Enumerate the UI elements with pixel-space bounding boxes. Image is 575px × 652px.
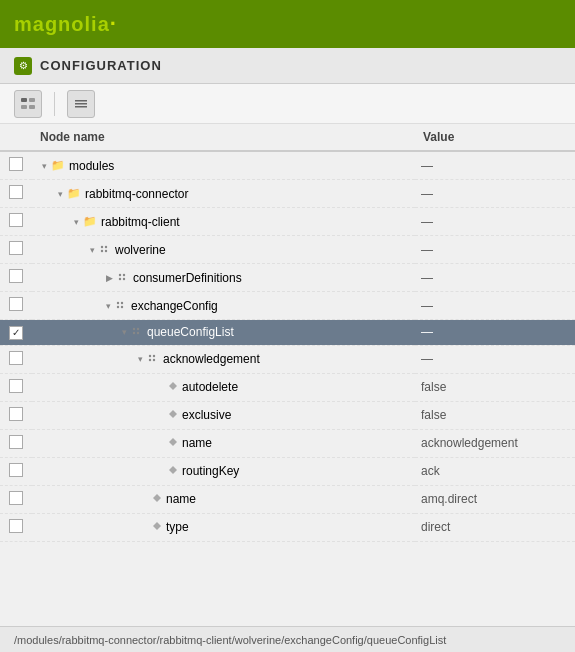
row-value-cell: —: [415, 180, 575, 208]
table-row[interactable]: ▾📁rabbitmq-connector—: [0, 180, 575, 208]
row-checkbox-cell: [0, 236, 32, 264]
row-node-name-cell: ▾📁rabbitmq-client: [32, 208, 415, 236]
row-value-cell: —: [415, 208, 575, 236]
property-icon: [152, 493, 162, 505]
main-content: Node name Value ▾📁modules—▾📁rabbitmq-con…: [0, 84, 575, 652]
table-row[interactable]: nameacknowledgement: [0, 429, 575, 457]
svg-point-21: [133, 332, 135, 334]
node-icon: [131, 325, 143, 339]
row-value-cell: —: [415, 236, 575, 264]
row-checkbox[interactable]: [9, 213, 23, 227]
svg-point-26: [153, 359, 155, 361]
table-row[interactable]: ✓▾queueConfigList—: [0, 320, 575, 346]
table-row[interactable]: ▾📁rabbitmq-client—: [0, 208, 575, 236]
expand-icon[interactable]: ▾: [42, 161, 47, 171]
row-value-cell: acknowledgement: [415, 429, 575, 457]
svg-point-7: [101, 245, 103, 247]
expand-icon[interactable]: ▾: [106, 301, 111, 311]
node-icon: [147, 352, 159, 366]
row-node-name-cell: ▾queueConfigList: [32, 320, 415, 346]
table-row[interactable]: ▾wolverine—: [0, 236, 575, 264]
row-checkbox[interactable]: [9, 157, 23, 171]
row-value-cell: false: [415, 373, 575, 401]
svg-rect-6: [75, 106, 87, 108]
svg-point-8: [105, 245, 107, 247]
node-name-label: autodelete: [182, 380, 238, 394]
row-checkbox[interactable]: [9, 491, 23, 505]
table-row[interactable]: ▾acknowledgement—: [0, 345, 575, 373]
table-row[interactable]: ▶consumerDefinitions—: [0, 264, 575, 292]
col-checkbox: [0, 124, 32, 151]
svg-point-14: [123, 277, 125, 279]
row-checkbox[interactable]: [9, 351, 23, 365]
svg-point-17: [117, 305, 119, 307]
row-checkbox[interactable]: [9, 269, 23, 283]
row-value-cell: ack: [415, 457, 575, 485]
row-checkbox[interactable]: [9, 519, 23, 533]
svg-point-22: [137, 332, 139, 334]
menu-button[interactable]: [67, 90, 95, 118]
row-checkbox-cell: [0, 292, 32, 320]
row-node-name-cell: routingKey: [32, 457, 415, 485]
property-icon: [168, 437, 178, 449]
node-name-label: rabbitmq-connector: [85, 187, 188, 201]
folder-icon: 📁: [83, 215, 97, 228]
row-value-cell: —: [415, 151, 575, 180]
row-checkbox-cell: [0, 373, 32, 401]
node-name-label: exchangeConfig: [131, 299, 218, 313]
svg-marker-28: [169, 410, 177, 418]
row-value-cell: false: [415, 401, 575, 429]
row-node-name-cell: ▶consumerDefinitions: [32, 264, 415, 292]
row-checkbox[interactable]: [9, 463, 23, 477]
expand-icon[interactable]: ▾: [74, 217, 79, 227]
table-row[interactable]: nameamq.direct: [0, 485, 575, 513]
table-row[interactable]: ▾exchangeConfig—: [0, 292, 575, 320]
breadcrumb-label: CONFIGURATION: [40, 58, 162, 73]
row-checkbox[interactable]: [9, 297, 23, 311]
expand-icon[interactable]: ▾: [138, 354, 143, 364]
svg-rect-5: [75, 103, 87, 105]
svg-rect-3: [29, 105, 35, 109]
table-row[interactable]: ▾📁modules—: [0, 151, 575, 180]
expand-icon[interactable]: ▾: [90, 245, 95, 255]
row-checkbox[interactable]: [9, 379, 23, 393]
node-icon: [99, 243, 111, 257]
row-node-name-cell: name: [32, 429, 415, 457]
status-bar: /modules/rabbitmq-connector/rabbitmq-cli…: [0, 626, 575, 652]
expand-icon[interactable]: ▾: [58, 189, 63, 199]
row-value-cell: —: [415, 345, 575, 373]
table-row[interactable]: autodeletefalse: [0, 373, 575, 401]
row-value-cell: direct: [415, 513, 575, 541]
property-icon: [168, 465, 178, 477]
svg-marker-29: [169, 438, 177, 446]
node-name-label: routingKey: [182, 464, 239, 478]
row-node-name-cell: exclusive: [32, 401, 415, 429]
tree-view-button[interactable]: [14, 90, 42, 118]
table-row[interactable]: typedirect: [0, 513, 575, 541]
table-row[interactable]: exclusivefalse: [0, 401, 575, 429]
expand-icon[interactable]: ▾: [122, 327, 127, 337]
svg-marker-27: [169, 382, 177, 390]
row-checkbox[interactable]: [9, 241, 23, 255]
folder-icon: 📁: [67, 187, 81, 200]
svg-point-19: [133, 328, 135, 330]
table-row[interactable]: routingKeyack: [0, 457, 575, 485]
config-table: Node name Value ▾📁modules—▾📁rabbitmq-con…: [0, 124, 575, 542]
svg-point-13: [119, 277, 121, 279]
svg-point-20: [137, 328, 139, 330]
row-checkbox[interactable]: ✓: [9, 326, 23, 340]
svg-point-23: [149, 355, 151, 357]
svg-marker-30: [169, 466, 177, 474]
node-name-label: modules: [69, 159, 114, 173]
row-checkbox[interactable]: [9, 185, 23, 199]
svg-point-15: [117, 301, 119, 303]
node-name-label: rabbitmq-client: [101, 215, 180, 229]
row-checkbox[interactable]: [9, 435, 23, 449]
svg-point-9: [101, 249, 103, 251]
expand-icon[interactable]: ▶: [106, 273, 113, 283]
row-checkbox[interactable]: [9, 407, 23, 421]
row-node-name-cell: ▾exchangeConfig: [32, 292, 415, 320]
toolbar: [0, 84, 575, 124]
folder-icon: 📁: [51, 159, 65, 172]
svg-point-10: [105, 249, 107, 251]
